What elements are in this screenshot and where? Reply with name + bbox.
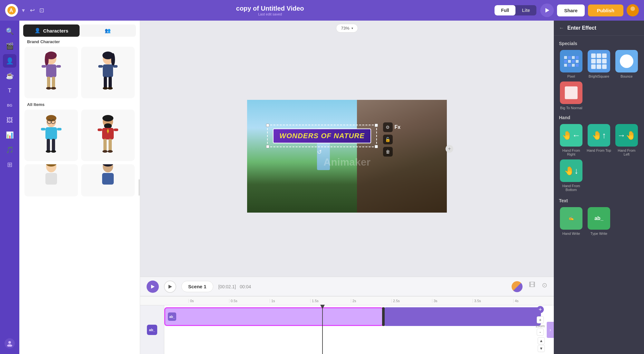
filmstrip-icon[interactable]: 🎞 xyxy=(529,281,535,292)
icon-images[interactable]: 🖼 xyxy=(3,113,16,127)
svg-rect-52 xyxy=(45,173,57,185)
effect-hand-bottom[interactable]: 🤚↓ Hand From Bottom xyxy=(559,159,583,192)
selection-handle-tl[interactable] xyxy=(266,124,269,127)
character-card-3[interactable] xyxy=(24,110,78,161)
icon-search[interactable]: 🔍 xyxy=(3,24,16,38)
effect-pixel[interactable]: Pixel xyxy=(559,50,583,78)
svg-rect-12 xyxy=(56,65,61,68)
effect-hand-right[interactable]: 🤚← Hand From Right xyxy=(559,124,583,156)
svg-marker-57 xyxy=(168,285,172,289)
effect-typewrite[interactable]: ab_ Type Write xyxy=(587,207,611,235)
publish-button[interactable]: Publish xyxy=(588,5,623,16)
timeline-expand-button[interactable]: › xyxy=(547,322,554,338)
undo-button[interactable]: ↩ xyxy=(29,5,36,15)
selection-handle-bl[interactable] xyxy=(266,145,269,148)
svg-point-16 xyxy=(51,87,56,90)
ruler-mark-1: 1s xyxy=(270,299,310,303)
text-refresh-icon[interactable]: ↺ xyxy=(317,148,322,156)
redo-button[interactable]: ⊡ xyxy=(38,5,45,15)
svg-point-26 xyxy=(108,87,113,90)
text-delete-icon[interactable]: 🗑 xyxy=(383,147,393,157)
icon-background[interactable]: BG xyxy=(3,99,16,112)
zoom-minus-button[interactable]: - xyxy=(537,329,544,336)
char-figure-5 xyxy=(38,164,64,196)
character-card-6[interactable] xyxy=(81,164,135,196)
selection-handle-tr[interactable] xyxy=(375,124,378,127)
icon-bar: 🔍 🎬 👤 ☕ T BG 🖼 📊 🎵 ⊞ xyxy=(0,21,19,354)
effect-handwrite[interactable]: ✍ Hand Write xyxy=(559,207,583,235)
add-element-button[interactable]: + xyxy=(446,145,453,153)
timeline-track-area: ab_ ab_ › xyxy=(140,305,554,354)
selection-handle-br[interactable] xyxy=(375,145,378,148)
scene-label[interactable]: Scene 1 xyxy=(181,281,213,292)
add-track-button[interactable]: + xyxy=(537,306,544,313)
text-element[interactable]: WONDERS OF NATURE xyxy=(267,125,377,147)
svg-point-5 xyxy=(8,341,11,344)
timeline-track-purple[interactable] xyxy=(383,307,541,326)
timeline-up-button[interactable]: ▲ xyxy=(538,337,545,344)
svg-point-9 xyxy=(45,53,49,66)
share-button[interactable]: Share xyxy=(557,5,585,16)
full-mode-button[interactable]: Full xyxy=(495,5,515,15)
effect-brightsquare[interactable]: BrightSquare xyxy=(587,50,611,78)
scene-play-button[interactable] xyxy=(164,281,176,293)
characters-tab-button[interactable]: 👤 Characters xyxy=(23,24,80,37)
video-canvas[interactable]: Animaker WONDERS OF NATURE ⚙ Fx xyxy=(247,100,447,213)
global-play-button[interactable] xyxy=(147,281,159,293)
svg-rect-10 xyxy=(46,64,56,77)
character-card-4[interactable] xyxy=(81,110,135,161)
back-button[interactable]: ← xyxy=(559,25,564,31)
app-logo[interactable]: A xyxy=(5,4,18,17)
canvas-area: 73% ▾ Animaker xyxy=(140,21,554,296)
focus-icon[interactable]: ⊙ xyxy=(542,281,547,292)
text-fx-settings-icon[interactable]: ⚙ xyxy=(383,122,393,132)
user-avatar[interactable] xyxy=(627,4,639,16)
effect-bounce[interactable]: Bounce xyxy=(614,50,639,78)
svg-rect-32 xyxy=(45,127,57,139)
character-card-2[interactable] xyxy=(81,47,135,98)
character-card-1[interactable] xyxy=(24,47,78,98)
char-figure-1 xyxy=(38,52,64,93)
person-tab-button[interactable]: 👥 xyxy=(80,24,136,37)
big-normal-shape xyxy=(565,86,578,99)
icon-user-account[interactable] xyxy=(3,337,16,350)
typewrite-text-icon: ab_ xyxy=(594,215,603,221)
effect-label-hand-left: Hand From Left xyxy=(614,148,639,156)
title-area: copy of Untitled Video Last edit saved xyxy=(49,5,491,16)
lite-mode-button[interactable]: Lite xyxy=(515,5,536,15)
effect-bignormal[interactable]: Big To Normal xyxy=(559,81,583,110)
dropdown-icon[interactable]: ▾ xyxy=(22,7,25,14)
icon-more[interactable]: ⊞ xyxy=(3,158,16,171)
icon-scenes[interactable]: 🎬 xyxy=(3,39,16,53)
time-info: [00:02.1] 00:04 xyxy=(218,284,251,289)
fx-label[interactable]: Fx xyxy=(395,124,401,130)
character-card-5[interactable] xyxy=(24,164,78,196)
scene-avatar-icon[interactable] xyxy=(512,281,523,292)
icon-charts[interactable]: 📊 xyxy=(3,128,16,142)
timeline-track-text[interactable]: ab_ xyxy=(164,307,383,326)
canvas-text-content: WONDERS OF NATURE xyxy=(273,129,371,143)
effect-thumb-brightsquare xyxy=(588,50,610,72)
svg-marker-2 xyxy=(545,8,549,13)
canvas-content: Animaker WONDERS OF NATURE ⚙ Fx xyxy=(140,36,554,277)
icon-text[interactable]: T xyxy=(3,84,16,97)
timeline-down-button[interactable]: ▼ xyxy=(538,345,545,352)
preview-play-button[interactable] xyxy=(540,4,554,17)
zoom-control[interactable]: 73% ▾ xyxy=(336,24,358,33)
icon-props[interactable]: ☕ xyxy=(3,69,16,82)
view-mode-toggle: Full Lite xyxy=(495,5,536,15)
icon-characters[interactable]: 👤 xyxy=(3,54,16,68)
text-lock-icon[interactable]: 🔓 xyxy=(383,135,393,144)
zoom-plus-button[interactable]: + xyxy=(537,316,544,323)
svg-text:A: A xyxy=(9,8,13,13)
svg-point-38 xyxy=(51,150,56,153)
effect-hand-top[interactable]: 🤚↑ Hand From Top xyxy=(587,124,611,156)
icon-music[interactable]: 🎵 xyxy=(3,143,16,157)
effect-label-pixel: Pixel xyxy=(567,74,575,78)
track-end-marker xyxy=(382,307,385,326)
specials-grid: Pixel xyxy=(559,50,639,110)
svg-rect-13 xyxy=(47,77,50,88)
effect-label-brightsquare: BrightSquare xyxy=(589,74,609,78)
track-content[interactable]: ab_ xyxy=(164,305,554,354)
effect-hand-left[interactable]: →🤚 Hand From Left xyxy=(614,124,639,156)
